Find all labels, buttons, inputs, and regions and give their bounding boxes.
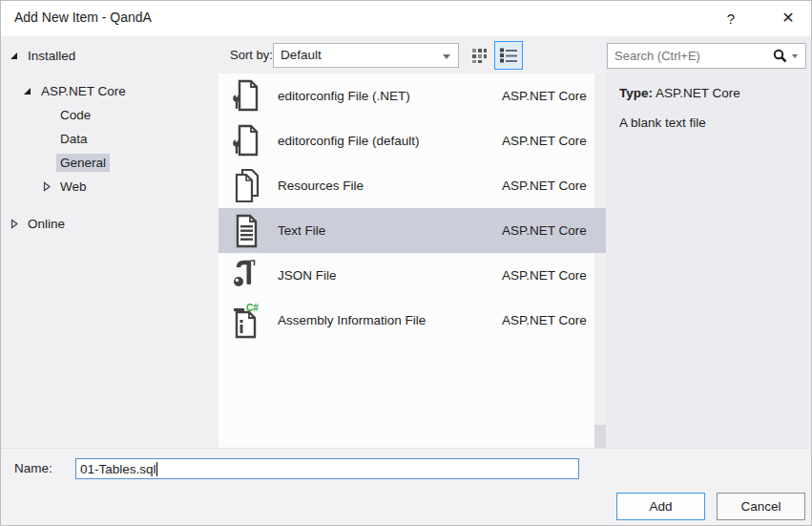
collapsed-arrow-icon[interactable] bbox=[7, 218, 21, 231]
search-options-chevron-icon[interactable] bbox=[792, 54, 798, 58]
template-list: editorconfig File (.NET) ASP.NET Core ed… bbox=[219, 74, 606, 448]
template-platform: ASP.NET Core bbox=[502, 89, 587, 103]
small-icons-view-button[interactable] bbox=[467, 43, 491, 68]
list-view-button[interactable] bbox=[494, 41, 523, 70]
footer-bar: Name: 01-Tables.sql Add Cancel bbox=[1, 448, 811, 525]
template-platform: ASP.NET Core bbox=[502, 313, 587, 327]
name-input-value: 01-Tables.sql bbox=[80, 462, 156, 476]
scrollbar-corner bbox=[594, 425, 606, 448]
editorconfig-file-icon bbox=[230, 121, 262, 161]
close-button[interactable]: ✕ bbox=[770, 5, 806, 32]
add-new-item-dialog: Add New Item - QandA ? ✕ Installed ASP.N… bbox=[0, 0, 812, 526]
resources-file-icon bbox=[230, 166, 262, 206]
type-value: ASP.NET Core bbox=[656, 86, 740, 100]
tree-item-label: Online bbox=[24, 215, 69, 233]
template-row-assembly-info-file[interactable]: C# Assembly Information File ASP.NET Cor… bbox=[219, 298, 606, 343]
cancel-button[interactable]: Cancel bbox=[717, 493, 805, 520]
tree-item-data[interactable]: Data bbox=[1, 127, 219, 151]
text-caret bbox=[156, 462, 157, 476]
category-tree: Installed ASP.NET Core Code Data General… bbox=[1, 36, 219, 448]
template-name: editorconfig File (.NET) bbox=[278, 89, 410, 103]
help-button[interactable]: ? bbox=[718, 7, 743, 31]
expanded-arrow-icon[interactable] bbox=[20, 85, 34, 98]
template-platform: ASP.NET Core bbox=[502, 268, 587, 283]
template-name: Resources File bbox=[278, 179, 364, 193]
template-description: A blank text file bbox=[619, 116, 706, 130]
sort-by-value: Default bbox=[281, 48, 322, 62]
sort-toolbar: Sort by: Default bbox=[219, 36, 606, 74]
tree-item-label: Code bbox=[56, 106, 94, 124]
template-row-text-file[interactable]: Text File ASP.NET Core bbox=[219, 208, 606, 253]
template-row-editorconfig-default[interactable]: editorconfig File (default) ASP.NET Core bbox=[219, 118, 606, 163]
tree-item-code[interactable]: Code bbox=[1, 103, 219, 127]
tree-item-installed[interactable]: Installed bbox=[1, 44, 219, 68]
search-input[interactable]: Search (Ctrl+E) bbox=[607, 43, 806, 69]
assembly-info-file-icon: C# bbox=[230, 301, 262, 341]
details-panel: Search (Ctrl+E) Type: ASP.NET Core A bla… bbox=[606, 36, 811, 448]
tree-item-web[interactable]: Web bbox=[1, 175, 219, 199]
type-label: Type: bbox=[619, 86, 653, 100]
tree-item-label: Installed bbox=[24, 47, 79, 65]
title-bar: Add New Item - QandA ? ✕ bbox=[1, 1, 811, 36]
tree-item-label: Web bbox=[56, 178, 91, 196]
sort-by-label: Sort by: bbox=[230, 48, 273, 62]
template-name: Assembly Information File bbox=[278, 313, 426, 327]
template-platform: ASP.NET Core bbox=[502, 223, 587, 238]
tree-item-label: Data bbox=[56, 130, 92, 148]
template-name: JSON File bbox=[278, 268, 337, 283]
template-platform: ASP.NET Core bbox=[502, 134, 587, 148]
sort-by-dropdown[interactable]: Default bbox=[273, 43, 459, 68]
name-input[interactable]: 01-Tables.sql bbox=[75, 458, 579, 479]
template-row-json-file[interactable]: JSON File ASP.NET Core bbox=[219, 253, 606, 298]
search-placeholder: Search (Ctrl+E) bbox=[608, 49, 773, 63]
expanded-arrow-icon[interactable] bbox=[7, 50, 21, 63]
svg-text:C#: C# bbox=[246, 302, 259, 312]
list-view-icon bbox=[499, 47, 518, 64]
add-button[interactable]: Add bbox=[616, 493, 705, 520]
tree-item-general[interactable]: General bbox=[1, 151, 219, 175]
small-icons-icon bbox=[470, 47, 488, 64]
template-row-editorconfig-net[interactable]: editorconfig File (.NET) ASP.NET Core bbox=[219, 74, 606, 118]
template-name: editorconfig File (default) bbox=[278, 134, 420, 148]
template-name: Text File bbox=[278, 223, 325, 238]
template-platform: ASP.NET Core bbox=[502, 179, 587, 193]
chevron-down-icon bbox=[443, 54, 450, 59]
dialog-title: Add New Item - QandA bbox=[14, 10, 152, 25]
json-file-icon bbox=[230, 256, 262, 296]
tree-item-aspnet-core[interactable]: ASP.NET Core bbox=[1, 79, 219, 103]
search-icon[interactable] bbox=[773, 49, 788, 64]
tree-item-label-selected: General bbox=[56, 154, 110, 172]
collapsed-arrow-icon[interactable] bbox=[39, 180, 53, 194]
text-file-icon bbox=[230, 211, 262, 251]
editorconfig-file-icon bbox=[230, 76, 262, 116]
template-row-resources-file[interactable]: Resources File ASP.NET Core bbox=[219, 163, 606, 208]
name-label: Name: bbox=[14, 461, 52, 475]
template-area: Sort by: Default bbox=[219, 36, 606, 448]
tree-item-label: ASP.NET Core bbox=[37, 82, 130, 100]
template-type-line: Type: ASP.NET Core bbox=[619, 86, 740, 100]
tree-item-online[interactable]: Online bbox=[1, 212, 219, 236]
